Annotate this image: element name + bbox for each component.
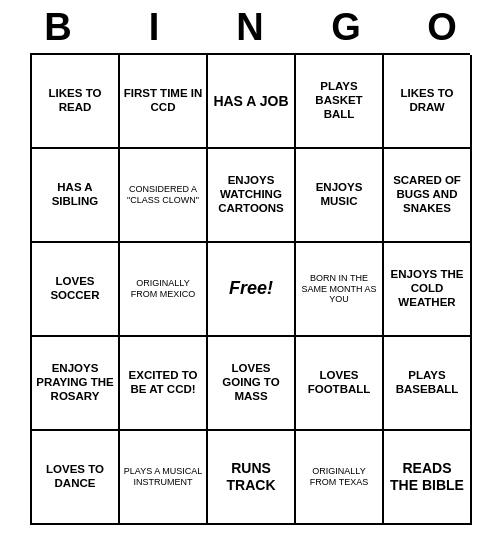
bingo-letter-i: I (110, 6, 198, 49)
bingo-header: BINGO (10, 0, 490, 53)
bingo-cell-6: CONSIDERED A "CLASS CLOWN" (120, 149, 208, 243)
bingo-cell-11: ORIGINALLY FROM MEXICO (120, 243, 208, 337)
bingo-cell-16: EXCITED TO BE AT CCD! (120, 337, 208, 431)
bingo-letter-g: G (302, 6, 390, 49)
bingo-letter-n: N (206, 6, 294, 49)
bingo-letter-o: O (398, 6, 486, 49)
bingo-cell-17: LOVES GOING TO MASS (208, 337, 296, 431)
bingo-cell-5: HAS A SIBLING (32, 149, 120, 243)
bingo-cell-7: ENJOYS WATCHING CARTOONS (208, 149, 296, 243)
bingo-cell-2: HAS A JOB (208, 55, 296, 149)
bingo-letter-b: B (14, 6, 102, 49)
bingo-cell-1: FIRST TIME IN CCD (120, 55, 208, 149)
bingo-cell-3: PLAYS BASKET BALL (296, 55, 384, 149)
bingo-cell-19: PLAYS BASEBALL (384, 337, 472, 431)
bingo-cell-12: Free! (208, 243, 296, 337)
bingo-cell-23: ORIGINALLY FROM TEXAS (296, 431, 384, 525)
bingo-cell-24: READS THE BIBLE (384, 431, 472, 525)
bingo-cell-10: LOVES SOCCER (32, 243, 120, 337)
bingo-cell-4: LIKES TO DRAW (384, 55, 472, 149)
bingo-cell-20: LOVES TO DANCE (32, 431, 120, 525)
bingo-cell-14: ENJOYS THE COLD WEATHER (384, 243, 472, 337)
bingo-cell-18: LOVES FOOTBALL (296, 337, 384, 431)
bingo-cell-0: LIKES TO READ (32, 55, 120, 149)
bingo-cell-8: ENJOYS MUSIC (296, 149, 384, 243)
bingo-grid: LIKES TO READFIRST TIME IN CCDHAS A JOBP… (30, 53, 470, 525)
bingo-cell-13: BORN IN THE SAME MONTH AS YOU (296, 243, 384, 337)
bingo-cell-22: RUNS TRACK (208, 431, 296, 525)
bingo-cell-9: SCARED OF BUGS AND SNAKES (384, 149, 472, 243)
bingo-cell-21: PLAYS A MUSICAL INSTRUMENT (120, 431, 208, 525)
bingo-cell-15: ENJOYS PRAYING THE ROSARY (32, 337, 120, 431)
